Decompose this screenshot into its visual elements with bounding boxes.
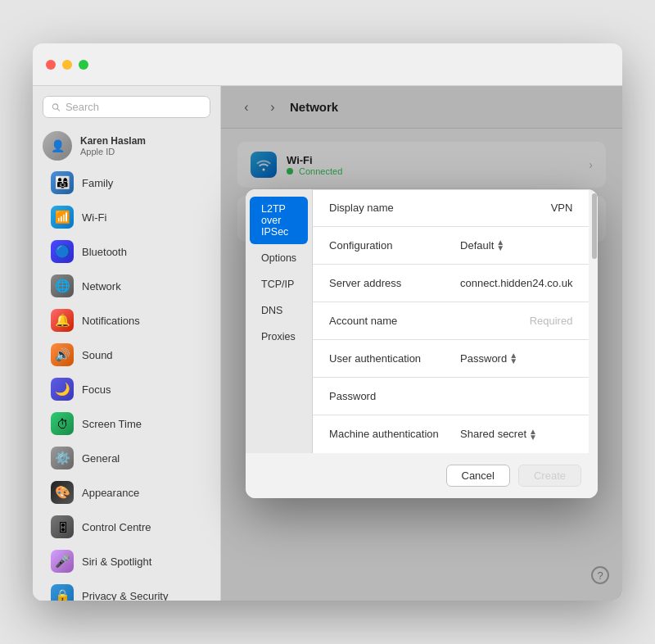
sidebar-item-label: Screen Time <box>82 418 142 430</box>
search-container[interactable] <box>43 96 210 118</box>
sidebar-item-siri[interactable]: 🎤 Siri & Spotlight <box>38 544 215 578</box>
user-section[interactable]: 👤 Karen Haslam Apple ID <box>33 128 220 164</box>
maximize-button[interactable] <box>79 60 88 70</box>
titlebar <box>33 43 622 86</box>
configuration-row: Configuration Default ▲ ▼ <box>313 227 589 265</box>
network-icon: 🌐 <box>51 274 74 297</box>
sidebar-item-label: Focus <box>82 383 111 396</box>
general-icon: ⚙️ <box>51 447 74 469</box>
machine-auth-select[interactable]: Shared secret ▲ ▼ <box>460 428 537 440</box>
wifi-icon: 📶 <box>51 206 74 229</box>
scrollbar-thumb[interactable] <box>592 193 597 259</box>
sidebar: 👤 Karen Haslam Apple ID 👨‍👩‍👧 Family 📶 W… <box>33 86 221 601</box>
sidebar-item-bluetooth[interactable]: 🔵 Bluetooth <box>38 234 215 269</box>
sidebar-item-label: Control Centre <box>82 521 151 533</box>
sidebar-item-general[interactable]: ⚙️ General <box>38 441 215 475</box>
server-address-row: Server address connect.hidden24.co.uk <box>313 265 589 302</box>
privacy-icon: 🔒 <box>51 584 74 601</box>
sidebar-item-focus[interactable]: 🌙 Focus <box>38 372 215 406</box>
sidebar-item-control-centre[interactable]: 🎛 Control Centre <box>38 510 215 544</box>
close-button[interactable] <box>46 60 56 70</box>
account-name-placeholder[interactable]: Required <box>460 315 572 327</box>
configuration-value: Default <box>460 239 494 252</box>
display-name-value: VPN <box>460 202 572 214</box>
tab-l2tp[interactable]: L2TP over IPSec <box>250 197 308 244</box>
display-name-row: Display name VPN <box>313 189 589 227</box>
user-subtitle: Apple ID <box>80 147 146 156</box>
modal-form-area: Display name VPN Configuration Default <box>313 189 589 453</box>
user-auth-select[interactable]: Password ▲ ▼ <box>460 352 517 365</box>
minimize-button[interactable] <box>62 60 72 70</box>
modal-form-wrapper: Display name VPN Configuration Default <box>313 189 598 453</box>
bluetooth-icon: 🔵 <box>51 240 74 263</box>
search-icon <box>52 102 61 112</box>
sidebar-item-label: Notifications <box>82 315 140 327</box>
sound-icon: 🔊 <box>51 343 74 366</box>
machine-auth-label: Machine authentication <box>329 428 460 440</box>
sidebar-item-label: Privacy & Security <box>82 590 168 601</box>
sidebar-item-wifi[interactable]: 📶 Wi-Fi <box>38 200 215 234</box>
password-row[interactable]: Password <box>313 378 589 415</box>
tab-tcpip[interactable]: TCP/IP <box>250 272 308 297</box>
tab-proxies[interactable]: Proxies <box>250 324 308 349</box>
modal-scrollbar[interactable] <box>589 189 598 453</box>
network-panel: ‹ › Network Wi-Fi <box>221 86 622 601</box>
server-address-value[interactable]: connect.hidden24.co.uk <box>460 277 572 289</box>
machine-auth-row: Machine authentication Shared secret ▲ ▼ <box>313 415 589 453</box>
tab-dns[interactable]: DNS <box>250 298 308 323</box>
modal-actions: Cancel Create <box>246 453 598 498</box>
configuration-select[interactable]: Default ▲ ▼ <box>460 239 504 252</box>
tab-options[interactable]: Options <box>250 246 308 270</box>
sidebar-item-privacy[interactable]: 🔒 Privacy & Security <box>38 578 215 601</box>
sidebar-item-sound[interactable]: 🔊 Sound <box>38 338 215 372</box>
main-content: 👤 Karen Haslam Apple ID 👨‍👩‍👧 Family 📶 W… <box>33 86 622 601</box>
sidebar-item-label: Family <box>82 177 113 189</box>
create-button[interactable]: Create <box>518 465 581 487</box>
modal-overlay: L2TP over IPSec Options TCP/IP DNS Proxi… <box>221 86 622 601</box>
sidebar-item-label: Bluetooth <box>82 246 127 258</box>
sidebar-item-notifications[interactable]: 🔔 Notifications <box>38 303 215 338</box>
machine-auth-arrows: ▲ ▼ <box>529 429 537 440</box>
user-auth-arrows: ▲ ▼ <box>509 352 517 364</box>
family-icon: 👨‍👩‍👧 <box>51 171 74 194</box>
siri-icon: 🎤 <box>51 550 74 573</box>
user-name: Karen Haslam <box>80 135 146 147</box>
user-auth-value: Password <box>460 352 507 365</box>
sidebar-item-label: Sound <box>82 349 113 361</box>
sidebar-item-label: Siri & Spotlight <box>82 556 151 568</box>
svg-line-1 <box>57 108 59 110</box>
screentime-icon: ⏱ <box>51 412 74 435</box>
account-name-label: Account name <box>329 315 460 327</box>
modal-body: L2TP over IPSec Options TCP/IP DNS Proxi… <box>246 189 598 453</box>
account-name-row: Account name Required <box>313 302 589 340</box>
avatar: 👤 <box>43 131 72 161</box>
cancel-button[interactable]: Cancel <box>446 465 510 487</box>
sidebar-item-label: Network <box>82 280 121 293</box>
vpn-modal: L2TP over IPSec Options TCP/IP DNS Proxi… <box>246 189 598 498</box>
sidebar-item-screentime[interactable]: ⏱ Screen Time <box>38 406 215 441</box>
modal-sidebar: L2TP over IPSec Options TCP/IP DNS Proxi… <box>246 189 313 453</box>
sidebar-item-family[interactable]: 👨‍👩‍👧 Family <box>38 166 215 200</box>
machine-auth-value: Shared secret <box>460 428 526 440</box>
password-label: Password <box>329 390 460 402</box>
sidebar-item-label: General <box>82 452 120 465</box>
sidebar-item-label: Wi-Fi <box>82 211 106 224</box>
configuration-label: Configuration <box>329 239 460 252</box>
display-name-label: Display name <box>329 202 460 214</box>
control-centre-icon: 🎛 <box>51 515 74 538</box>
sidebar-item-appearance[interactable]: 🎨 Appearance <box>38 475 215 510</box>
notifications-icon: 🔔 <box>51 309 74 332</box>
system-preferences-window: 👤 Karen Haslam Apple ID 👨‍👩‍👧 Family 📶 W… <box>33 43 622 601</box>
appearance-icon: 🎨 <box>51 481 74 504</box>
user-auth-label: User authentication <box>329 352 460 365</box>
sidebar-item-network[interactable]: 🌐 Network <box>38 269 215 303</box>
configuration-arrows: ▲ ▼ <box>496 239 504 251</box>
user-auth-row: User authentication Password ▲ ▼ <box>313 340 589 378</box>
focus-icon: 🌙 <box>51 378 74 401</box>
server-address-label: Server address <box>329 277 460 289</box>
sidebar-item-label: Appearance <box>82 487 139 499</box>
search-input[interactable] <box>66 101 201 113</box>
